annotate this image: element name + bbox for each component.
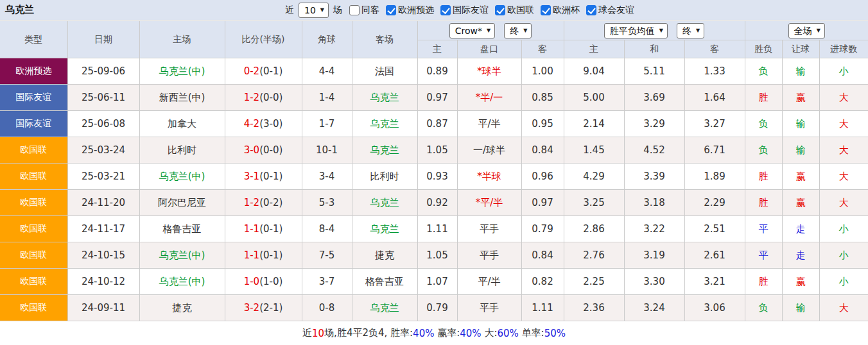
score-cell: 3-1(0-1): [225, 164, 302, 190]
europe-odds-select[interactable]: 胜平负均值 ▼: [604, 23, 668, 38]
away-team-cell: 法国: [352, 58, 417, 85]
winloss-result-cell: 胜: [745, 269, 782, 295]
asia-home-odds-cell: 0.93: [417, 164, 457, 190]
match-scope-select[interactable]: 全场 ▼: [788, 23, 825, 38]
asia-home-odds-cell: 1.05: [417, 137, 457, 164]
full-time-score: 3-1: [244, 171, 260, 182]
summary-segment: 大:: [482, 327, 498, 339]
match-date-cell: 25-06-08: [67, 111, 139, 137]
goals-result-cell: 小: [819, 269, 868, 295]
page-title: 乌克兰: [5, 4, 34, 16]
europe-sub-header-away: 客: [684, 40, 745, 58]
filter-checkbox-label: 欧洲杯: [553, 4, 580, 16]
away-team-cell: 乌克兰: [352, 137, 417, 164]
odds-company-select-value: Crow*: [455, 25, 482, 37]
chevron-down-icon: ▼: [817, 25, 820, 37]
table-row: 欧国联24-11-20阿尔巴尼亚1-2(0-2)5-3乌克兰0.92*平/半0.…: [0, 190, 868, 216]
asia-odds-section-header: Crow* ▼ 终 ▼: [417, 21, 564, 40]
europe-odds-stage-select[interactable]: 终 ▼: [677, 23, 704, 38]
recent-label: 近: [285, 4, 294, 16]
match-type-badge: 欧国联: [0, 295, 67, 321]
score-cell: 1-2(0-2): [225, 190, 302, 216]
checked-checkbox[interactable]: [440, 5, 451, 15]
checked-checkbox[interactable]: [586, 5, 596, 15]
chevron-down-icon: ▼: [696, 25, 700, 37]
col-header-corner: 角球: [302, 21, 352, 58]
europe-draw-odds-cell: 3.19: [624, 242, 684, 269]
europe-home-odds-cell: 2.86: [564, 216, 624, 242]
handicap-cell: 平/半: [457, 269, 521, 295]
checked-checkbox[interactable]: [386, 5, 396, 15]
result-sub-header-winloss: 胜负: [745, 40, 782, 58]
away-team-cell: 乌克兰: [352, 85, 417, 111]
odds-company-select[interactable]: Crow* ▼: [449, 23, 495, 38]
filter-checkbox-label: 同客: [361, 4, 379, 16]
goals-result-cell: 小: [819, 242, 868, 269]
match-table: 类型 日期 主场 比分(半场) 角球 客场 Crow* ▼ 终 ▼: [0, 21, 868, 321]
table-row: 欧国联24-09-11捷克3-2(2-1)0-8乌克兰0.79平手1.112.3…: [0, 295, 868, 321]
handicap-cell: *半球: [457, 164, 521, 190]
handicap-result-cell: 赢: [782, 269, 819, 295]
match-type-cell: 欧国联: [0, 164, 67, 190]
checked-checkbox[interactable]: [541, 5, 551, 15]
asia-home-odds-cell: 0.79: [417, 295, 457, 321]
col-header-score: 比分(半场): [225, 21, 302, 58]
match-type-badge: 欧国联: [0, 269, 67, 294]
handicap-result-cell: 赢: [782, 164, 819, 190]
match-type-cell: 国际友谊: [0, 111, 67, 137]
filter-checkbox-item: 国际友谊: [440, 4, 489, 16]
europe-away-odds-cell: 2.29: [684, 190, 745, 216]
table-row: 欧国联25-03-21乌克兰(中)3-1(0-1)3-4比利时0.93*半球0.…: [0, 164, 868, 190]
full-time-score: 1-1: [244, 223, 260, 235]
half-time-score: (0-1): [259, 223, 282, 235]
asia-away-odds-cell: 0.95: [521, 111, 564, 137]
match-date-cell: 25-09-06: [67, 58, 139, 85]
asia-odds-stage-select[interactable]: 终 ▼: [504, 23, 532, 38]
europe-draw-odds-cell: 3.24: [624, 295, 684, 321]
recent-count-select[interactable]: 10 ▼: [299, 3, 329, 18]
goals-result-cell: 小: [819, 58, 868, 85]
home-team-cell: 乌克兰(中): [139, 242, 225, 269]
asia-home-odds-cell: 1.05: [417, 242, 457, 269]
europe-draw-odds-cell: 4.52: [624, 137, 684, 164]
summary-segment: 40%: [413, 328, 434, 339]
winloss-result-cell: 胜: [745, 164, 782, 190]
match-type-cell: 欧国联: [0, 190, 67, 216]
match-type-badge: 欧国联: [0, 137, 67, 163]
away-team-cell: 乌克兰: [352, 111, 417, 137]
europe-away-odds-cell: 3.27: [684, 111, 745, 137]
handicap-result-cell: 走: [782, 242, 819, 269]
asia-odds-stage-select-value: 终: [510, 25, 519, 37]
checked-checkbox[interactable]: [495, 5, 505, 15]
filter-checkbox-item: 欧洲杯: [541, 4, 580, 16]
match-type-badge: 国际友谊: [0, 111, 67, 137]
away-team-cell: 乌克兰: [352, 216, 417, 242]
asia-away-odds-cell: 1.00: [521, 58, 564, 85]
unchecked-checkbox[interactable]: [349, 5, 360, 15]
half-time-score: (0-1): [259, 171, 282, 182]
away-team-cell: 乌克兰: [352, 295, 417, 321]
asia-away-odds-cell: 1.11: [521, 295, 564, 321]
goals-result-cell: 大: [819, 137, 868, 164]
europe-odds-select-value: 胜平负均值: [610, 25, 655, 37]
europe-home-odds-cell: 9.04: [564, 58, 624, 85]
corner-cell: 0-8: [302, 295, 352, 321]
half-time-score: (0-1): [259, 249, 282, 261]
full-time-score: 0-2: [244, 65, 260, 77]
score-cell: 1-1(0-1): [225, 216, 302, 242]
summary-segment: 50%: [544, 328, 566, 339]
europe-away-odds-cell: 1.33: [684, 58, 745, 85]
filter-checkbox-item: 同客: [349, 4, 379, 16]
home-team-cell: 捷克: [139, 295, 225, 321]
europe-away-odds-cell: 1.64: [684, 85, 745, 111]
summary-segment: 10: [312, 328, 324, 339]
filter-checkbox-label: 球会友谊: [598, 4, 634, 16]
handicap-cell: *平/半: [457, 190, 521, 216]
handicap-cell: 一/球半: [457, 137, 521, 164]
asia-away-odds-cell: 0.82: [521, 269, 564, 295]
table-row: 欧国联24-10-15乌克兰(中)1-1(0-1)7-5捷克1.05平手0.84…: [0, 242, 868, 269]
summary-segment: 近: [302, 327, 312, 339]
corner-cell: 5-3: [302, 190, 352, 216]
handicap-result-cell: 赢: [782, 190, 819, 216]
asia-sub-header-home: 主: [417, 40, 457, 58]
